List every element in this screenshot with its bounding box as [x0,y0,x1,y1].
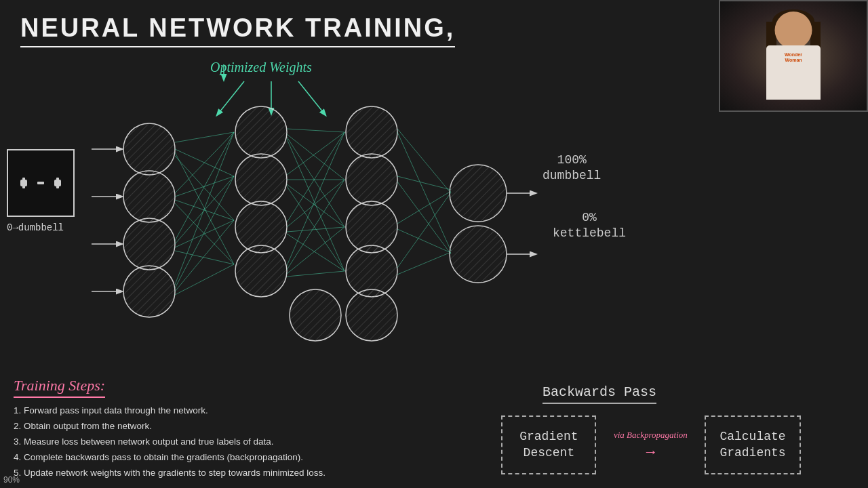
svg-line-6 [217,81,244,115]
svg-line-61 [397,132,451,251]
calculate-gradients-box: CalculateGradients [705,415,800,474]
step-1: 1. Forward pass input data through the n… [14,403,441,419]
neural-network-svg [88,61,563,346]
step-4: 4. Complete backwards pass to obtain the… [14,450,441,466]
svg-line-41 [287,139,344,271]
svg-rect-4 [56,178,59,188]
shirt-text: WonderWoman [785,52,802,64]
svg-line-18 [175,132,234,142]
training-steps-section: Training Steps: 1. Forward pass input da… [14,377,441,481]
svg-line-60 [397,129,451,193]
svg-line-38 [287,129,344,132]
svg-line-62 [397,176,451,190]
svg-point-59 [346,289,397,341]
svg-line-46 [287,132,344,222]
svg-point-69 [450,226,507,283]
flow-diagram: GradientDescent via Backpropagation → Ca… [441,415,861,474]
svg-line-47 [287,180,344,227]
training-steps-title: Training Steps: [14,377,105,398]
output-bottom-label: 0%kettlebell [553,210,626,242]
svg-line-44 [287,184,344,227]
zoom-label: 90% [3,475,20,485]
output-top-label: 100%dumbbell [542,152,601,184]
svg-point-35 [235,154,287,205]
svg-point-17 [123,266,175,317]
main-slide: NEURAL NETWORK TRAINING, WonderWoman Opt… [0,0,868,488]
svg-rect-2 [37,182,44,184]
svg-point-34 [235,106,287,158]
svg-point-68 [450,165,507,222]
svg-line-52 [287,227,344,274]
svg-line-33 [175,264,234,295]
svg-line-40 [287,137,344,227]
step-5: 5. Update network weights with the gradi… [14,466,441,481]
gradient-descent-box: GradientDescent [501,415,596,474]
svg-line-63 [397,182,451,254]
svg-point-58 [290,289,341,341]
svg-line-31 [175,176,234,288]
step-2: 2. Obtain output from the network. [14,419,441,434]
svg-line-53 [287,271,344,277]
input-box [7,149,75,217]
dumbbell-icon [20,173,61,193]
backwards-pass-section: Backwards Pass GradientDescent via Backp… [441,384,861,474]
svg-line-8 [298,81,326,115]
svg-point-15 [123,171,175,222]
right-arrow-icon: → [643,443,658,461]
video-person: WonderWoman [720,1,867,110]
svg-line-30 [175,132,234,285]
training-steps-list: 1. Forward pass input data through the n… [14,403,441,481]
person-head [775,12,812,49]
svg-rect-1 [22,178,25,188]
svg-point-54 [346,106,397,158]
backpropagation-label: via Backpropagation [614,430,688,441]
svg-line-32 [175,220,234,291]
step-3: 3. Measure loss between network output a… [14,434,441,450]
svg-point-14 [123,123,175,175]
input-label: 0→dumbbell [7,222,64,233]
svg-line-49 [287,234,344,271]
backwards-pass-title: Backwards Pass [542,384,656,404]
slide-title: NEURAL NETWORK TRAINING, [20,14,455,47]
svg-line-42 [287,132,344,175]
video-overlay: WonderWoman [719,0,868,112]
svg-line-64 [397,191,451,224]
svg-line-39 [287,134,344,180]
svg-point-55 [346,154,397,205]
svg-line-66 [397,192,451,268]
svg-line-20 [175,156,234,220]
flow-arrow-section: via Backpropagation → [596,430,705,461]
svg-line-51 [287,180,344,270]
svg-line-22 [175,132,234,193]
svg-point-37 [235,245,287,297]
svg-point-16 [123,218,175,270]
svg-line-67 [397,252,451,274]
svg-line-48 [287,227,344,232]
